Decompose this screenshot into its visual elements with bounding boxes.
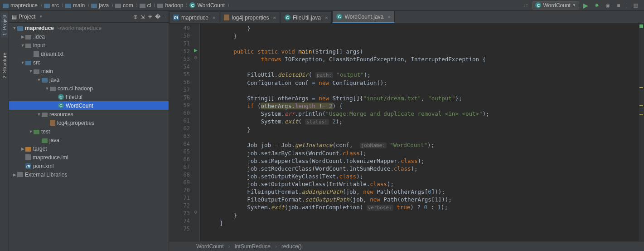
settings-gear-icon[interactable]: ✳ (148, 14, 152, 20)
breadcrumb-item[interactable]: main⟩ (65, 2, 89, 9)
tree-arrow-icon[interactable] (36, 78, 42, 82)
tree-node[interactable]: src (9, 58, 169, 67)
coverage-button-icon[interactable]: ◉ (604, 1, 612, 10)
tree-node[interactable]: pom.xml (9, 162, 169, 170)
breadcrumb-item[interactable]: cl⟩ (140, 2, 156, 9)
locate-icon[interactable]: ⊕ (133, 14, 138, 20)
tree-arrow-icon[interactable] (20, 43, 25, 48)
tree-node[interactable]: input (9, 41, 169, 49)
tree-node[interactable]: mapreduce.iml (9, 153, 169, 162)
stop-button-icon[interactable]: ■ (615, 1, 623, 10)
tree-arrow-icon[interactable] (20, 60, 25, 65)
tree-node[interactable]: java (9, 75, 169, 84)
line-number-gutter[interactable]: 49 50 51 52 53 54 55 56 57 58 59 60 61 6… (169, 24, 194, 241)
code-editor[interactable]: } } public static void main(String[] arg… (200, 24, 639, 241)
editor-tab[interactable]: mapreduce× (169, 11, 219, 23)
chevron-right-icon: › (275, 243, 277, 250)
warning-marker[interactable] (639, 87, 643, 88)
editor-tab-label: WordCount.java (344, 14, 383, 20)
tree-node-label: target (33, 146, 47, 152)
run-gutter-icon[interactable]: ▶ (194, 48, 198, 53)
breadcrumb-item[interactable]: WordCount⟩ (189, 2, 229, 9)
class-icon (189, 2, 195, 8)
error-stripe[interactable] (639, 24, 644, 241)
tree-node[interactable]: mapreduce~/work/mapreduce (9, 24, 169, 32)
project-panel-title[interactable]: ▤ Project ▼ (12, 14, 133, 20)
tree-arrow-icon[interactable] (12, 172, 17, 177)
fold-toggle-icon[interactable]: ⊖ (194, 210, 198, 214)
project-tool-tab[interactable]: 1: Project (1, 13, 8, 37)
tree-arrow-icon[interactable] (28, 69, 34, 74)
breadcrumb-item[interactable]: com⟩ (115, 2, 138, 9)
editor-breadcrumb-item[interactable]: IntSumReduce (234, 243, 270, 250)
tree-arrow-icon[interactable] (20, 34, 25, 39)
run-configuration-selector[interactable]: WordCount ▼ (532, 1, 579, 10)
close-tab-icon[interactable]: × (387, 14, 390, 20)
inspection-ok-icon (639, 25, 643, 28)
fold-gutter[interactable]: ▶⊖⊖ (194, 24, 200, 241)
tree-arrow-icon[interactable] (44, 86, 50, 91)
folder-icon (25, 44, 31, 48)
maven-icon (25, 163, 31, 169)
breadcrumb-item[interactable]: src⟩ (44, 2, 63, 9)
run-button-icon[interactable]: ▶ (582, 1, 590, 10)
collapse-icon[interactable]: ⇲ (140, 14, 145, 20)
folder-icon (34, 69, 39, 74)
folder-icon (34, 130, 39, 134)
close-tab-icon[interactable]: × (273, 15, 276, 20)
editor-tab[interactable]: FileUtil.java× (281, 11, 332, 23)
tree-arrow-icon[interactable] (12, 26, 17, 30)
tree-node-label: src (33, 59, 40, 66)
tree-node[interactable]: .idea (9, 32, 169, 41)
tree-node[interactable]: java (9, 136, 169, 144)
breadcrumb-item[interactable]: mapreduce⟩ (3, 2, 42, 9)
tree-node-label: test (41, 128, 50, 135)
layout-button-icon[interactable]: ▦ (631, 1, 639, 10)
make-project-icon[interactable]: ↓↑ (521, 1, 529, 10)
structure-tool-tab[interactable]: 2: Structure (1, 51, 8, 80)
breadcrumb-item[interactable]: java⟩ (91, 2, 113, 9)
folder-icon (42, 138, 48, 143)
tree-node[interactable]: resources (9, 110, 169, 118)
editor-breadcrumb-item[interactable]: reduce() (281, 243, 302, 250)
class-icon (58, 103, 64, 108)
debug-button-icon[interactable]: ✸ (593, 1, 601, 10)
folder-icon (65, 4, 71, 8)
editor-body: 49 50 51 52 53 54 55 56 57 58 59 60 61 6… (169, 24, 644, 241)
editor-tab[interactable]: log4j.properties× (220, 11, 280, 23)
breadcrumb-item[interactable]: hadoop⟩ (157, 2, 188, 9)
tree-node[interactable]: FileUtil (9, 93, 169, 101)
warning-marker[interactable] (639, 105, 643, 106)
warning-marker[interactable] (639, 114, 643, 115)
breadcrumb-label: mapreduce (10, 2, 38, 9)
tree-node[interactable]: External Libraries (9, 170, 169, 179)
class-icon (58, 94, 64, 100)
editor-tab-label: mapreduce (181, 15, 208, 21)
tree-node[interactable]: log4j.properties (9, 118, 169, 127)
hide-icon[interactable]: �— (155, 14, 166, 20)
project-tree[interactable]: mapreduce~/work/mapreduce.ideainputdream… (9, 23, 169, 251)
tree-node[interactable]: main (9, 67, 169, 75)
chevron-right-icon: ⟩ (186, 3, 188, 8)
fold-toggle-icon[interactable]: ⊖ (194, 55, 198, 60)
tree-node-label: com.cl.hadoop (58, 85, 93, 92)
folder-icon (140, 4, 145, 8)
tree-arrow-icon[interactable] (28, 129, 34, 134)
editor-breadcrumb-item[interactable]: WordCount (196, 243, 223, 250)
tree-node[interactable]: WordCount (9, 101, 169, 110)
tree-arrow-icon[interactable] (20, 147, 25, 151)
tree-node[interactable]: target (9, 144, 169, 153)
close-tab-icon[interactable]: × (325, 15, 328, 20)
editor-tab-label: log4j.properties (232, 15, 269, 21)
tree-node[interactable]: com.cl.hadoop (9, 84, 169, 93)
tree-node[interactable]: test (9, 127, 169, 136)
close-tab-icon[interactable]: × (213, 15, 215, 20)
class-icon (285, 15, 291, 20)
chevron-right-icon: ⟩ (136, 3, 138, 8)
tree-node-label: log4j.properties (57, 120, 94, 126)
tree-node[interactable]: dream.txt (9, 49, 169, 58)
editor-tab[interactable]: WordCount.java× (332, 10, 394, 23)
tree-arrow-icon[interactable] (36, 112, 42, 117)
editor-breadcrumb[interactable]: WordCount›IntSumReduce›reduce() (169, 241, 644, 251)
breadcrumb-label: com (123, 2, 133, 9)
